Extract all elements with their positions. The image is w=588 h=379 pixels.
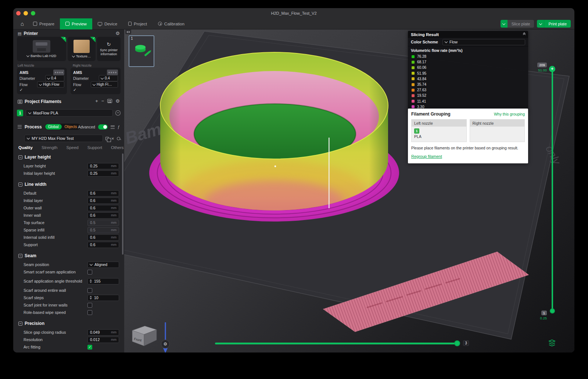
tab-prepare[interactable]: Prepare xyxy=(28,18,60,29)
collapse-icon[interactable] xyxy=(523,33,525,36)
why-this-grouping-link[interactable]: Why this grouping xyxy=(494,112,525,116)
filament-sync-icon[interactable] xyxy=(115,110,121,116)
regroup-filament-link[interactable]: Regroup filament xyxy=(411,154,442,159)
tab-speed[interactable]: Speed xyxy=(66,145,78,150)
sync-printer-button[interactable]: ↻ Sync printer information xyxy=(97,37,121,61)
tab-device[interactable]: Device xyxy=(92,18,123,29)
seam-icon xyxy=(18,254,22,258)
printer-settings-gear-icon[interactable]: ⚙ xyxy=(115,31,120,36)
tab-device-label: Device xyxy=(104,22,117,26)
preset-select[interactable]: MY H2D Max Flow Test xyxy=(24,135,103,142)
process-tools: Advanced ƒ xyxy=(78,124,120,130)
seam-position-select[interactable]: Aligned xyxy=(87,262,119,268)
legend-title: Volumetric flow rate (mm³/s) xyxy=(408,46,528,54)
ams-mapping-icon[interactable] xyxy=(107,99,112,103)
tab-calibration-label: Calibration xyxy=(164,22,184,26)
legend-swatch xyxy=(412,105,415,108)
color-scheme-select[interactable]: Flow xyxy=(442,39,525,45)
tab-preview[interactable]: Preview xyxy=(60,18,92,29)
scarf-angle-threshold-spinner[interactable]: 155 xyxy=(87,278,119,284)
slice-gap-closing-radius-input[interactable]: 0.049mm xyxy=(87,329,119,336)
resolution-input[interactable]: 0.012mm xyxy=(87,337,119,343)
printer-card[interactable]: Bambu Lab H2D ✓ xyxy=(17,37,66,61)
top-surface-line-width-input[interactable]: 0.5mm xyxy=(87,220,119,226)
slice-dropdown-icon[interactable] xyxy=(501,20,508,28)
plate-type-card[interactable]: Texture… ✓ xyxy=(68,37,96,61)
print-plate-button[interactable]: Print plate xyxy=(537,20,571,28)
tab-support[interactable]: Support xyxy=(87,145,102,150)
clear-preset-icon[interactable]: × xyxy=(111,136,114,141)
sidebar-scrollbar[interactable] xyxy=(122,153,123,255)
minimize-button[interactable] xyxy=(24,11,28,15)
slice-plate-button[interactable]: Slice plate xyxy=(501,20,534,28)
move-slider-track[interactable] xyxy=(215,343,458,344)
left-diameter-select[interactable]: 0.4 xyxy=(45,75,64,81)
tab-project[interactable]: Project xyxy=(123,18,153,29)
layer-slider-bottom-handle[interactable] xyxy=(550,308,555,314)
role-based-wipe-speed-checkbox[interactable] xyxy=(87,310,92,315)
scarf-inner-walls-checkbox[interactable] xyxy=(87,303,92,308)
formula-icon[interactable]: ƒ xyxy=(118,125,120,129)
layer-slider-top-handle[interactable]: + xyxy=(549,66,555,72)
advanced-toggle[interactable] xyxy=(98,124,108,130)
printer-section-header: ▤ Printer xyxy=(18,31,38,36)
close-button[interactable] xyxy=(16,11,21,15)
scarf-steps-spinner[interactable]: 10 xyxy=(87,295,119,301)
save-preset-icon[interactable] xyxy=(105,137,109,140)
setting-row: Outer wall 0.6mm xyxy=(18,204,119,212)
print-dropdown-icon[interactable] xyxy=(537,20,544,28)
layer-height-input[interactable]: 0.25mm xyxy=(87,163,119,169)
internal-solid-infill-line-width-input[interactable]: 0.6mm xyxy=(87,234,119,241)
plate-dropdown-icon[interactable] xyxy=(72,54,75,57)
default-line-width-input[interactable]: 0.6mm xyxy=(87,190,119,196)
maximize-button[interactable] xyxy=(31,11,35,15)
scarf-entire-wall-checkbox[interactable] xyxy=(87,288,92,293)
slicing-result-header[interactable]: Slicing Result xyxy=(408,31,528,38)
process-header: Process Global Objects xyxy=(18,124,80,130)
filaments-section-title: Project Filaments xyxy=(25,99,61,104)
home-icon[interactable]: ⌂ xyxy=(17,19,28,29)
layer-slider-track[interactable] xyxy=(552,69,553,312)
param-list-icon[interactable] xyxy=(111,125,115,129)
view-settings-gear-button[interactable]: ⚙ xyxy=(161,340,170,348)
legend-swatch xyxy=(412,77,415,80)
process-title: Process xyxy=(25,124,42,130)
filaments-section-header: Project Filaments xyxy=(18,99,61,104)
viewport-3d[interactable]: Bambu only xyxy=(124,29,574,353)
initial-layer-height-input[interactable]: 0.25mm xyxy=(87,170,119,177)
tab-others[interactable]: Others xyxy=(111,145,124,150)
scope-global[interactable]: Global xyxy=(45,124,62,130)
tab-strength[interactable]: Strength xyxy=(42,145,57,150)
scope-objects[interactable]: Objects xyxy=(62,125,80,129)
outer-wall-line-width-input[interactable]: 0.6mm xyxy=(87,205,119,211)
nav-cube[interactable]: Front xyxy=(132,326,157,346)
plate-thumbnail[interactable]: 1 xyxy=(129,35,154,67)
move-slider-handle[interactable] xyxy=(454,340,460,346)
printer-dropdown-icon[interactable] xyxy=(26,54,29,57)
left-flow-select[interactable]: High Flow xyxy=(37,81,64,88)
ams-image xyxy=(107,70,118,75)
model-cylinder[interactable] xyxy=(149,48,399,224)
right-diameter-select[interactable]: 0.4 xyxy=(99,75,118,81)
support-line-width-input[interactable]: 0.6mm xyxy=(87,242,119,248)
tab-calibration[interactable]: Calibration xyxy=(153,18,190,29)
filament-select[interactable]: MaxFlow PLA xyxy=(26,109,113,117)
sidebar-collapse-toggle[interactable] xyxy=(125,29,131,34)
remove-filament-button[interactable]: − xyxy=(101,99,104,103)
filament-slot-chip[interactable]: 1 xyxy=(17,110,23,116)
tab-quality[interactable]: Quality xyxy=(18,145,33,150)
left-nozzle-group-card: Left nozzle 1 PLA xyxy=(411,119,467,142)
sparse-infill-line-width-input[interactable]: 0.5mm xyxy=(87,227,119,233)
smart-scarf-seam-checkbox[interactable] xyxy=(87,270,92,274)
printer-section-title: Printer xyxy=(24,31,38,36)
search-icon[interactable] xyxy=(117,137,120,140)
filament-settings-gear-icon[interactable]: ⚙ xyxy=(115,99,120,103)
process-scope-switch[interactable]: Global Objects xyxy=(45,124,80,130)
layers-icon[interactable] xyxy=(548,339,556,347)
initial-layer-line-width-input[interactable]: 0.6mm xyxy=(87,198,119,204)
inner-wall-line-width-input[interactable]: 0.6mm xyxy=(87,212,119,219)
arc-fitting-checkbox[interactable]: ✓ xyxy=(87,345,92,350)
right-flow-select[interactable]: High Fl… xyxy=(91,81,118,88)
add-filament-button[interactable]: + xyxy=(95,99,98,103)
setting-row: Top surface 0.5mm xyxy=(18,219,119,226)
